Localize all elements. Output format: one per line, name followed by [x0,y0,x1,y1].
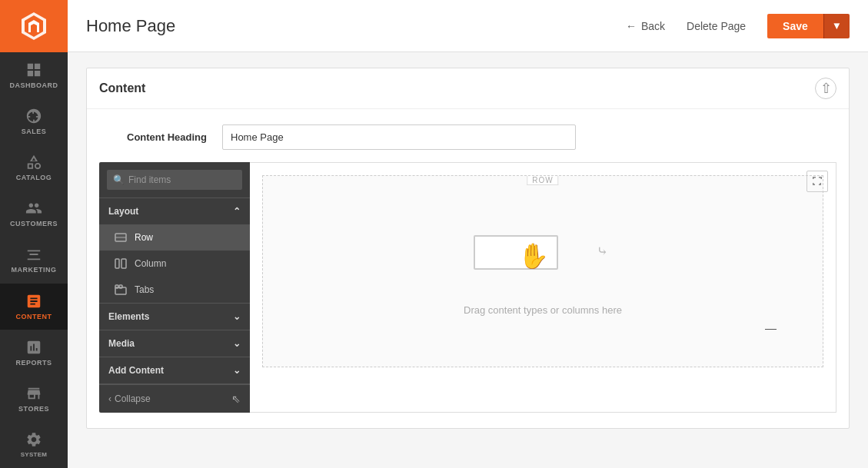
catalog-icon [25,154,42,171]
sales-icon [25,108,42,124]
marketing-icon [25,246,42,263]
pagebuilder-area: 🔍 Layout ⌃ [99,162,836,413]
sidebar-item-sales[interactable]: SALES [0,98,68,144]
content-heading-label: Content Heading [99,131,207,143]
expand-stage-button[interactable] [806,171,828,192]
drag-arrow-icon: ⤷ [597,243,608,260]
panel-item-row[interactable]: Row [99,224,250,251]
panel-footer: ‹ Collapse ⇖ [99,384,250,413]
chevron-up-icon: ⌃ [233,206,241,217]
row-container: ROW ✋ ⤷ Drag content types or columns he… [262,175,823,367]
collapse-link[interactable]: ‹ Collapse [108,393,151,404]
drag-hand-icon: ✋ [518,241,549,271]
left-arrow-icon: ‹ [108,393,111,404]
svg-rect-2 [115,259,119,268]
sidebar-item-label-stores: STORES [18,405,49,413]
expand-icon[interactable]: ⇖ [231,393,241,405]
main-content: Home Page ← Back Delete Page Save ▼ Cont… [68,0,868,468]
svg-rect-6 [119,285,122,288]
page-header: Home Page ← Back Delete Page Save ▼ [68,0,868,52]
row-icon [115,231,127,244]
content-section-header: Content ⇧ [87,68,849,109]
drag-illustration: ✋ ⤷ [466,227,620,289]
panel-section-layout: Layout ⌃ Row [99,198,250,304]
sidebar: DASHBOARD SALES CATALOG CUSTOMERS MARKET… [0,0,68,468]
system-icon [25,431,42,448]
page-title: Home Page [86,16,614,36]
chevron-up-icon: ⇧ [820,80,832,97]
content-section-body: Content Heading 🔍 [87,109,849,428]
save-dropdown-button[interactable]: ▼ [823,14,850,38]
sidebar-logo [0,0,68,52]
delete-page-button[interactable]: Delete Page [677,14,755,38]
sidebar-item-label-dashboard: DASHBOARD [10,81,58,89]
search-icon: 🔍 [113,174,125,185]
panel-item-tabs[interactable]: Tabs [99,277,250,303]
chevron-down-icon: ⌄ [233,311,241,322]
save-button-group: Save ▼ [767,14,850,38]
sidebar-item-content[interactable]: CONTENT [0,284,68,330]
search-wrapper: 🔍 [107,170,242,190]
sidebar-item-label-system: SYSTEM [21,451,48,458]
stage-toolbar [806,171,828,192]
back-button[interactable]: ← Back [626,20,665,32]
drag-hint-text: Drag content types or columns here [464,304,622,316]
svg-rect-5 [115,285,118,288]
save-button[interactable]: Save [767,14,823,38]
sidebar-item-label-sales: SALES [22,128,47,135]
sidebar-item-system[interactable]: SYSTEM [0,422,68,468]
tabs-icon [115,284,127,296]
stores-icon [25,385,42,402]
sidebar-item-dashboard[interactable]: DASHBOARD [0,52,68,98]
row-label: ROW [527,176,558,185]
panel-search-input[interactable] [107,170,242,190]
sidebar-item-label-catalog: CATALOG [16,174,52,181]
content-heading-input[interactable] [222,124,576,150]
sidebar-item-customers[interactable]: CUSTOMERS [0,191,68,237]
content-heading-row: Content Heading [99,124,836,150]
panel-section-add-content: Add Content ⌄ [99,357,250,384]
panel-section-add-content-header[interactable]: Add Content ⌄ [99,357,250,383]
cursor-indicator: ⸻ [764,322,777,336]
sidebar-item-marketing[interactable]: MARKETING [0,237,68,283]
sidebar-item-reports[interactable]: REPORTS [0,330,68,376]
chevron-down-icon: ▼ [832,20,842,32]
sidebar-item-label-marketing: MARKETING [12,266,57,274]
sidebar-item-stores[interactable]: STORES [0,376,68,422]
panel-section-elements-header[interactable]: Elements ⌄ [99,304,250,330]
panel-item-column[interactable]: Column [99,251,250,277]
expand-icon [812,176,823,187]
magento-logo-icon [17,9,51,43]
back-arrow-icon: ← [626,20,637,32]
content-section: Content ⇧ Content Heading [86,68,850,429]
sidebar-item-label-customers: CUSTOMERS [10,220,58,227]
content-section-collapse-button[interactable]: ⇧ [815,78,836,99]
reports-icon [25,339,42,356]
panel-section-media: Media ⌄ [99,330,250,357]
sidebar-item-label-reports: REPORTS [15,359,52,367]
dashboard-icon [25,61,42,78]
pagebuilder-left-panel: 🔍 Layout ⌃ [99,162,250,413]
content-icon [25,293,42,310]
chevron-down-icon: ⌄ [233,338,241,349]
panel-section-media-header[interactable]: Media ⌄ [99,330,250,357]
panel-section-elements: Elements ⌄ [99,304,250,330]
sidebar-item-label-content: CONTENT [16,313,52,320]
pagebuilder-stage: ROW ✋ ⤷ Drag content types or columns he… [250,162,836,413]
svg-rect-3 [121,259,126,268]
panel-search-box: 🔍 [99,162,250,198]
sidebar-item-catalog[interactable]: CATALOG [0,144,68,191]
panel-section-layout-header[interactable]: Layout ⌃ [99,198,250,224]
content-section-title: Content [99,81,145,95]
customers-icon [25,200,42,217]
column-icon [115,257,127,270]
chevron-down-icon: ⌄ [233,365,241,376]
content-area: Content ⇧ Content Heading [68,52,868,468]
drag-hint: ✋ ⤷ Drag content types or columns here [464,227,622,316]
